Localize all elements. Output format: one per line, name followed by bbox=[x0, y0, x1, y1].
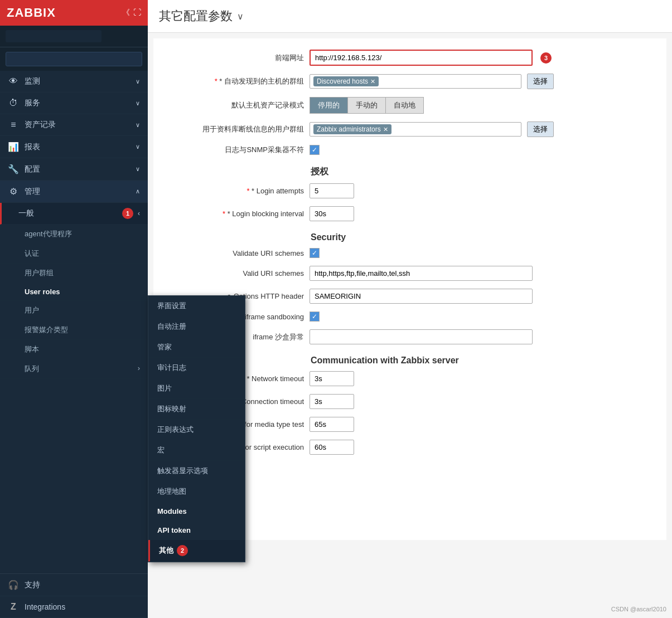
collapse-sub-icon: ‹ bbox=[138, 210, 140, 217]
remove-tag-icon[interactable]: ✕ bbox=[370, 78, 375, 85]
popup-item-trigger-display[interactable]: 触发器显示选项 bbox=[148, 461, 245, 481]
auto-discover-row: * 自动发现到的主机的群组 Discovered hosts ✕ 选择 bbox=[170, 74, 650, 89]
auth-section-title: 授权 bbox=[311, 166, 650, 178]
media-timeout-input[interactable] bbox=[310, 417, 354, 432]
popup-item-images[interactable]: 图片 bbox=[148, 378, 245, 399]
auto-discover-tag-input: Discovered hosts ✕ bbox=[310, 74, 521, 89]
popup-item-autoregister[interactable]: 自动注册 bbox=[148, 317, 245, 337]
chevron-down-icon: ∨ bbox=[136, 78, 140, 85]
sidebar-sub-usergroup[interactable]: 用户群组 bbox=[0, 264, 148, 283]
sidebar-sub-users[interactable]: 用户 bbox=[0, 301, 148, 320]
toggle-auto[interactable]: 自动地 bbox=[385, 98, 423, 113]
popup-item-regex[interactable]: 正则表达式 bbox=[148, 420, 245, 440]
sidebar-sub-auth[interactable]: 认证 bbox=[0, 244, 148, 264]
login-blocking-row: * Login blocking interval bbox=[170, 206, 650, 221]
popup-submenu: 界面设置 自动注册 管家 审计日志 图片 图标映射 正则表达式 宏 触发器显示选… bbox=[148, 295, 245, 562]
http-header-input[interactable] bbox=[310, 289, 533, 304]
login-attempts-input[interactable] bbox=[310, 183, 354, 198]
badge-3: 3 bbox=[540, 52, 552, 64]
valid-uri-input[interactable] bbox=[310, 266, 533, 281]
user-group-tag-input: Zabbix administrators ✕ bbox=[310, 122, 521, 137]
popup-item-other[interactable]: 其他 2 bbox=[148, 540, 245, 562]
sidebar-item-label: 资产记录 bbox=[25, 120, 130, 130]
popup-item-geomap[interactable]: 地理地图 bbox=[148, 481, 245, 502]
chevron-up-icon: ∧ bbox=[136, 188, 140, 195]
sidebar-header-icons: 《 ⛶ bbox=[122, 8, 141, 18]
sidebar-sub-userroles[interactable]: User roles bbox=[0, 283, 148, 301]
sidebar-item-manage[interactable]: ⚙ 管理 ∧ bbox=[0, 181, 148, 203]
sidebar-item-label: 监测 bbox=[25, 76, 130, 86]
sidebar-sub-scripts[interactable]: 脚本 bbox=[0, 340, 148, 359]
user-group-select-button[interactable]: 选择 bbox=[527, 121, 554, 137]
chevron-down-icon: ∨ bbox=[136, 166, 140, 173]
sidebar-item-integrations[interactable]: Z Integrations bbox=[0, 596, 148, 618]
sidebar-item-monitor[interactable]: 👁 监测 ∨ bbox=[0, 71, 148, 93]
sidebar: ZABBIX 《 ⛶ 👁 监测 ∨ ⏱ 服务 ∨ ≡ 资产记录 ∨ 📊 报表 ∨… bbox=[0, 0, 148, 618]
popup-item-housekeeper[interactable]: 管家 bbox=[148, 337, 245, 358]
support-icon: 🎧 bbox=[8, 580, 19, 590]
sidebar-item-label: 配置 bbox=[25, 164, 130, 174]
config-icon: 🔧 bbox=[8, 164, 19, 174]
expand-icon[interactable]: ⛶ bbox=[133, 8, 141, 18]
sidebar-item-assets[interactable]: ≡ 资产记录 ∨ bbox=[0, 114, 148, 136]
sidebar-item-config[interactable]: 🔧 配置 ∨ bbox=[0, 158, 148, 181]
remove-user-group-tag-icon[interactable]: ✕ bbox=[383, 126, 388, 133]
toggle-manual[interactable]: 手动的 bbox=[347, 98, 385, 113]
sidebar-item-report[interactable]: 📊 报表 ∨ bbox=[0, 136, 148, 158]
valid-uri-row: Valid URI schemes bbox=[170, 266, 650, 281]
login-attempts-row: * Login attempts bbox=[170, 183, 650, 198]
sidebar-sub-general[interactable]: 一般 1 ‹ bbox=[0, 203, 148, 225]
page-title: 其它配置参数 bbox=[159, 8, 233, 25]
manage-icon: ⚙ bbox=[8, 186, 19, 197]
popup-item-apitoken[interactable]: API token bbox=[148, 521, 245, 540]
monitor-icon: 👁 bbox=[8, 76, 19, 86]
assets-icon: ≡ bbox=[8, 120, 19, 130]
sidebar-sub-queue[interactable]: 队列 › bbox=[0, 359, 148, 379]
chevron-right-icon: › bbox=[138, 364, 140, 374]
network-timeout-input[interactable] bbox=[310, 371, 354, 386]
log-snmp-checkbox[interactable]: ✓ bbox=[310, 145, 320, 155]
title-dropdown-icon[interactable]: ∨ bbox=[237, 11, 244, 22]
auto-discover-select-button[interactable]: 选择 bbox=[527, 74, 554, 89]
default-host-row: 默认主机资产记录模式 停用的 手动的 自动地 bbox=[170, 97, 650, 114]
badge-1: 1 bbox=[122, 208, 133, 219]
log-snmp-label: 日志与SNMP采集器不符 bbox=[170, 145, 304, 155]
sidebar-header: ZABBIX 《 ⛶ bbox=[0, 0, 148, 26]
sidebar-item-label: 服务 bbox=[25, 98, 130, 108]
valid-uri-label: Valid URI schemes bbox=[170, 269, 304, 278]
popup-item-modules[interactable]: Modules bbox=[148, 502, 245, 521]
chevron-down-icon: ∨ bbox=[136, 143, 140, 150]
logo: ZABBIX bbox=[7, 6, 56, 20]
sidebar-item-label: 管理 bbox=[25, 187, 130, 197]
script-timeout-input[interactable] bbox=[310, 440, 354, 455]
popup-item-ui[interactable]: 界面设置 bbox=[148, 296, 245, 317]
toggle-disabled[interactable]: 停用的 bbox=[310, 98, 347, 113]
sidebar-item-label: Integrations bbox=[25, 602, 140, 611]
chevron-down-icon: ∨ bbox=[136, 100, 140, 107]
popup-item-iconmap[interactable]: 图标映射 bbox=[148, 399, 245, 420]
host-record-toggle: 停用的 手动的 自动地 bbox=[310, 97, 424, 114]
sidebar-item-label: 支持 bbox=[25, 580, 140, 590]
sidebar-item-support[interactable]: 🎧 支持 bbox=[0, 574, 148, 596]
validate-uri-label: Validate URI schemes bbox=[170, 249, 304, 257]
iframe-exception-input[interactable] bbox=[310, 329, 533, 344]
collapse-icon[interactable]: 《 bbox=[122, 8, 130, 18]
sidebar-item-service[interactable]: ⏱ 服务 ∨ bbox=[0, 93, 148, 114]
zabbix-admin-tag: Zabbix administrators ✕ bbox=[313, 124, 391, 134]
sidebar-item-label: 报表 bbox=[25, 142, 130, 152]
frontend-url-input[interactable] bbox=[310, 50, 533, 66]
login-blocking-input[interactable] bbox=[310, 206, 354, 221]
user-group-row: 用于资料库断线信息的用户群组 Zabbix administrators ✕ 选… bbox=[170, 121, 650, 137]
auto-discover-label: * 自动发现到的主机的群组 bbox=[170, 76, 304, 86]
sidebar-sub-alertmedia[interactable]: 报警媒介类型 bbox=[0, 320, 148, 340]
default-host-label: 默认主机资产记录模式 bbox=[170, 100, 304, 110]
conn-timeout-input[interactable] bbox=[310, 394, 354, 409]
popup-item-macros[interactable]: 宏 bbox=[148, 440, 245, 461]
validate-uri-checkbox[interactable]: ✓ bbox=[310, 248, 320, 258]
sidebar-search bbox=[0, 47, 148, 71]
iframe-sandbox-checkbox[interactable]: ✓ bbox=[310, 312, 320, 322]
login-attempts-label: * Login attempts bbox=[170, 187, 304, 195]
search-input[interactable] bbox=[6, 52, 142, 66]
popup-item-audit[interactable]: 审计日志 bbox=[148, 358, 245, 378]
sidebar-sub-agent[interactable]: agent代理程序 bbox=[0, 225, 148, 244]
